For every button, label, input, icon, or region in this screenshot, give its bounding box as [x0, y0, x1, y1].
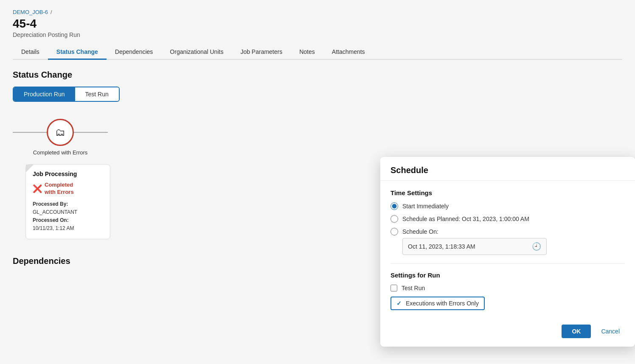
workflow-node-label: Completed with Errors	[33, 149, 88, 156]
date-input-wrapper[interactable]: Oct 11, 2023, 1:18:33 AM 🕘	[402, 238, 547, 255]
radio-start-immediately[interactable]: Start Immediately	[391, 202, 625, 210]
card-corner	[26, 165, 34, 172]
workflow-node[interactable]: 🗂	[47, 119, 74, 146]
check-mark-icon: ✓	[396, 300, 402, 307]
cancel-button[interactable]: Cancel	[596, 325, 625, 338]
processed-on-value: 10/11/23, 1:12 AM	[33, 224, 103, 232]
test-run-button[interactable]: Test Run	[75, 87, 119, 101]
schedule-dialog: Schedule Time Settings Start Immediately…	[380, 157, 635, 347]
tab-organizational-units[interactable]: Organizational Units	[161, 45, 232, 60]
tab-status-change[interactable]: Status Change	[48, 45, 107, 60]
tab-job-parameters[interactable]: Job Parameters	[232, 45, 291, 60]
radio-schedule-on[interactable]: Schedule On:	[391, 228, 625, 235]
checkbox-test-run-label: Test Run	[402, 285, 425, 291]
date-input-value: Oct 11, 2023, 1:18:33 AM	[408, 243, 532, 250]
settings-for-run-title: Settings for Run	[391, 272, 625, 279]
job-card-title: Job Processing	[33, 171, 103, 177]
tab-details[interactable]: Details	[13, 45, 48, 60]
workflow-diagram: 🗂 Completed with Errors	[13, 119, 108, 156]
processed-by-label: Processed By:	[33, 201, 68, 207]
time-settings-title: Time Settings	[391, 189, 625, 196]
radio-schedule-as-planned-label: Schedule as Planned: Oct 31, 2023, 1:00:…	[402, 216, 529, 222]
radio-schedule-as-planned-input[interactable]	[391, 215, 398, 223]
job-status-text: Completedwith Errors	[45, 182, 74, 196]
breadcrumb: DEMO_JOB-6 /	[13, 8, 622, 15]
radio-schedule-on-label: Schedule On:	[402, 228, 438, 235]
page-container: DEMO_JOB-6 / 45-4 Depreciation Posting R…	[0, 0, 635, 364]
dialog-footer: OK Cancel	[380, 319, 635, 347]
dialog-body: Time Settings Start Immediately Schedule…	[380, 181, 635, 319]
job-card-detail: Processed By: GL_ACCOUNTANT Processed On…	[33, 200, 103, 233]
workflow-node-icon: 🗂	[55, 126, 65, 138]
tab-navigation: Details Status Change Dependencies Organ…	[13, 45, 622, 60]
checkbox-test-run[interactable]: Test Run	[391, 285, 625, 291]
checkbox-group: Test Run ✓ Executions with Errors Only	[391, 285, 625, 310]
status-change-title: Status Change	[13, 70, 622, 80]
processed-by-value: GL_ACCOUNTANT	[33, 208, 103, 216]
radio-group: Start Immediately Schedule as Planned: O…	[391, 202, 625, 255]
job-card-status: ❌ Completedwith Errors	[33, 182, 103, 196]
checkbox-executions-with-errors[interactable]: ✓ Executions with Errors Only	[391, 297, 485, 310]
tab-dependencies[interactable]: Dependencies	[107, 45, 162, 60]
dialog-title: Schedule	[391, 165, 625, 175]
page-title: 45-4	[13, 17, 622, 31]
breadcrumb-link[interactable]: DEMO_JOB-6	[13, 9, 48, 15]
ok-button[interactable]: OK	[562, 325, 591, 338]
radio-start-immediately-input[interactable]	[391, 202, 398, 210]
run-toggle: Production Run Test Run	[13, 87, 120, 102]
page-subtitle: Depreciation Posting Run	[13, 31, 622, 38]
workflow-track: 🗂	[13, 119, 108, 146]
tab-attachments[interactable]: Attachments	[323, 45, 374, 60]
checkbox-test-run-input[interactable]	[391, 285, 397, 291]
schedule-on-group: Schedule On: Oct 11, 2023, 1:18:33 AM 🕘	[391, 228, 625, 255]
error-icon: ❌	[33, 184, 42, 193]
production-run-button[interactable]: Production Run	[14, 87, 75, 101]
tab-notes[interactable]: Notes	[291, 45, 323, 60]
track-line-right	[74, 132, 108, 133]
radio-start-immediately-label: Start Immediately	[402, 203, 449, 210]
checkbox-executions-with-errors-label: Executions with Errors Only	[406, 300, 479, 307]
breadcrumb-separator: /	[51, 9, 52, 15]
track-line-left	[13, 132, 47, 133]
dialog-header: Schedule	[380, 157, 635, 181]
radio-schedule-as-planned[interactable]: Schedule as Planned: Oct 31, 2023, 1:00:…	[391, 215, 625, 223]
calendar-icon[interactable]: 🕘	[532, 242, 541, 251]
radio-schedule-on-input[interactable]	[391, 228, 398, 235]
job-card: Job Processing ❌ Completedwith Errors Pr…	[25, 164, 110, 239]
divider	[391, 263, 625, 264]
processed-on-label: Processed On:	[33, 217, 69, 223]
